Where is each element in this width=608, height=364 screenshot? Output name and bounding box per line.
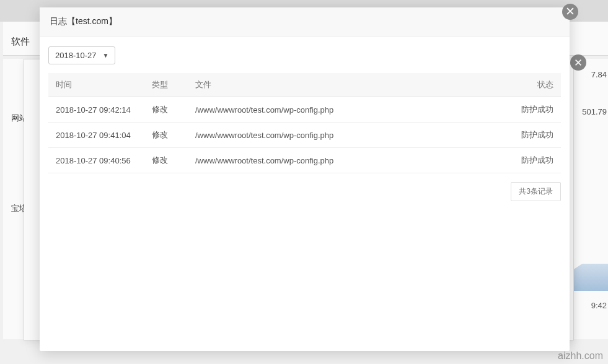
watermark: aizhh.com [558,350,603,362]
chevron-down-icon: ▼ [103,52,109,59]
table-row: 2018-10-27 09:40:56 修改 /www/wwwroot/test… [48,148,561,173]
cell-time: 2018-10-27 09:40:56 [48,148,144,173]
modal-body: 2018-10-27 ▼ 时间 类型 文件 状态 2018-10-27 09:4… [40,37,570,211]
cell-status: 防护成功 [499,148,561,173]
cell-file: /www/wwwroot/test.com/wp-config.php [188,123,499,148]
log-modal: 日志【test.com】 2018-10-27 ▼ 时间 类型 文件 状态 20… [40,7,570,351]
cell-type: 修改 [144,123,188,148]
col-header-file: 文件 [188,73,499,97]
cell-type: 修改 [144,97,188,123]
page-info: 共3条记录 [511,182,561,201]
date-selector[interactable]: 2018-10-27 ▼ [48,46,115,64]
date-selector-value: 2018-10-27 [55,51,97,60]
col-header-time: 时间 [48,73,144,97]
table-row: 2018-10-27 09:42:14 修改 /www/wwwroot/test… [48,97,561,123]
cell-type: 修改 [144,148,188,173]
cell-status: 防护成功 [499,97,561,123]
cell-file: /www/wwwroot/test.com/wp-config.php [188,148,499,173]
table-row: 2018-10-27 09:41:04 修改 /www/wwwroot/test… [48,123,561,148]
close-button[interactable] [562,4,578,20]
log-table: 时间 类型 文件 状态 2018-10-27 09:42:14 修改 /www/… [48,73,561,173]
cell-file: /www/wwwroot/test.com/wp-config.php [188,97,499,123]
col-header-type: 类型 [144,73,188,97]
cell-status: 防护成功 [499,123,561,148]
modal-title: 日志【test.com】 [50,16,560,27]
cell-time: 2018-10-27 09:41:04 [48,123,144,148]
pagination: 共3条记录 [48,182,561,201]
table-header-row: 时间 类型 文件 状态 [48,73,561,97]
cell-time: 2018-10-27 09:42:14 [48,97,144,123]
modal-header: 日志【test.com】 [40,7,570,37]
col-header-status: 状态 [499,73,561,97]
close-icon [566,7,575,17]
